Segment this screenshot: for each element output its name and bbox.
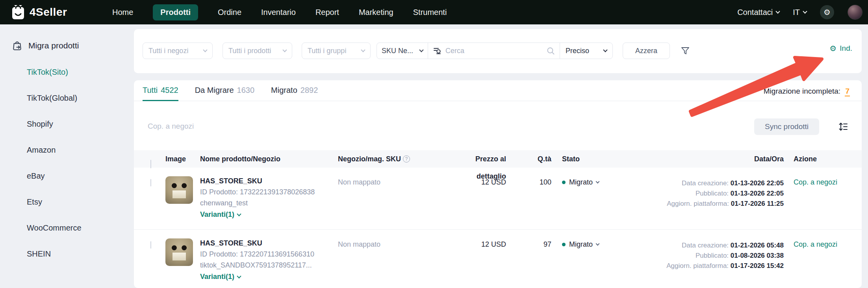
- product-name: HAS_STORE_SKU: [200, 238, 334, 248]
- sidebar-item-tiktok-global[interactable]: TikTok(Global): [0, 85, 133, 111]
- settings-button[interactable]: ⚙: [820, 5, 834, 19]
- quantity: 100: [516, 178, 551, 186]
- tab-migrato[interactable]: Migrato 2892: [271, 80, 318, 101]
- magnifier-icon: [546, 46, 555, 55]
- date-info: Data creazione: 01-21-2026 05:48 Pubblic…: [654, 240, 784, 271]
- variants-label: Varianti(1): [200, 210, 234, 219]
- quantity: 97: [516, 240, 551, 249]
- product-filter-dropdown[interactable]: Tutti i prodotti: [223, 42, 292, 59]
- copy-to-stores-dropdown[interactable]: Cop. a negozi: [148, 122, 194, 131]
- copy-to-stores-action[interactable]: Cop. a negozi: [794, 240, 837, 249]
- published-value: 01-13-2026 22:05: [731, 190, 784, 197]
- price: 12 USD: [447, 240, 506, 249]
- variants-toggle[interactable]: Varianti(1): [200, 273, 241, 281]
- variants-label: Varianti(1): [200, 273, 234, 281]
- nav-item-inventario[interactable]: Inventario: [261, 8, 296, 17]
- header-qta: Q.tà: [516, 150, 551, 168]
- sidebar-item-tiktok-sito[interactable]: TikTok(Sito): [0, 59, 133, 85]
- search-by-field-icon: [433, 46, 441, 55]
- store-filter-dropdown[interactable]: Tutti i negozi: [143, 42, 213, 59]
- tabs-bar: Tutti 4522 Da Migrare 1630 Migrato 2892 …: [134, 80, 862, 101]
- sort-columns-icon: [838, 122, 848, 132]
- gear-icon: ⚙: [829, 44, 836, 52]
- nav-item-strumenti[interactable]: Strumenti: [413, 8, 447, 17]
- row-checkbox[interactable]: [150, 179, 151, 186]
- ind-label: Ind.: [840, 44, 852, 53]
- tab-count: 4522: [161, 86, 178, 95]
- updated-label: Aggiorn. piattaforma:: [667, 200, 729, 207]
- search-input[interactable]: [445, 47, 542, 55]
- nav-item-marketing[interactable]: Marketing: [359, 8, 393, 17]
- header-nome-prodotto: Nome prodotto/Negozio: [200, 150, 280, 168]
- price: 12 USD: [447, 178, 506, 186]
- status-dropdown[interactable]: Migrato: [562, 178, 599, 186]
- contact-label: Contattaci: [737, 8, 773, 17]
- tabs: Tutti 4522 Da Migrare 1630 Migrato 2892: [143, 80, 318, 101]
- help-icon[interactable]: ?: [403, 155, 410, 162]
- nav-item-home[interactable]: Home: [112, 8, 133, 17]
- nav-item-ordine[interactable]: Ordine: [218, 8, 241, 17]
- sidebar-items: TikTok(Sito) TikTok(Global) Shopify Amaz…: [0, 59, 133, 267]
- incomplete-migration-count[interactable]: 7: [845, 87, 850, 96]
- tab-label: Tutti: [143, 86, 158, 95]
- updated-value: 01-17-2026 15:42: [731, 262, 784, 270]
- store-name: tiktok_SANDBOX7591378952117...: [200, 260, 334, 270]
- store-filter-label: Tutti i negozi: [148, 47, 188, 55]
- status-dot-icon: [562, 243, 566, 246]
- group-filter-dropdown[interactable]: Tutti i gruppi: [302, 42, 371, 59]
- sku-field-dropdown[interactable]: SKU Ne...: [377, 43, 428, 59]
- reset-button[interactable]: Azzera: [623, 42, 670, 59]
- nav-item-report[interactable]: Report: [315, 8, 339, 17]
- updated-label: Aggiorn. piattaforma:: [666, 262, 729, 270]
- column-settings-button[interactable]: [838, 122, 848, 133]
- language-dropdown[interactable]: IT: [793, 8, 807, 17]
- sku-mapping-status: Non mappato: [338, 240, 380, 249]
- status-label: Migrato: [569, 178, 593, 186]
- created-label: Data creazione:: [682, 242, 729, 249]
- gear-icon: ⚙: [823, 7, 831, 17]
- sidebar-item-etsy[interactable]: Etsy: [0, 189, 133, 215]
- tab-da-migrare[interactable]: Da Migrare 1630: [195, 80, 254, 101]
- sidebar-title-label: Migra prodotti: [28, 41, 79, 50]
- sidebar-item-shopify[interactable]: Shopify: [0, 111, 133, 137]
- copy-to-stores-action[interactable]: Cop. a negozi: [794, 178, 837, 186]
- advanced-filter-button[interactable]: [681, 46, 690, 55]
- row-checkbox[interactable]: [150, 242, 151, 249]
- contact-dropdown[interactable]: Contattaci: [737, 8, 779, 17]
- store-name: chenwang_test: [200, 198, 334, 208]
- sidebar-item-ebay[interactable]: eBay: [0, 163, 133, 189]
- chevron-down-icon: [203, 48, 207, 52]
- chevron-down-icon: [282, 48, 287, 52]
- checkbox: [150, 179, 151, 186]
- variants-toggle[interactable]: Varianti(1): [200, 210, 241, 219]
- filter-bar-card: Tutti i negozi Tutti i prodotti Tutti i …: [134, 29, 862, 73]
- tab-label: Da Migrare: [195, 86, 234, 95]
- header-negozio-sku-label: Negozio/mag. SKU: [338, 155, 401, 163]
- status-dot-icon: [562, 181, 566, 184]
- sidebar-item-woocommerce[interactable]: WooCommerce: [0, 215, 133, 241]
- nav-right-cluster: Contattaci IT ⚙: [737, 5, 862, 20]
- match-mode-dropdown[interactable]: Preciso: [560, 43, 612, 59]
- product-image[interactable]: [165, 176, 193, 204]
- nav-item-prodotti[interactable]: Prodotti: [153, 4, 198, 20]
- chevron-down-icon: [419, 48, 423, 52]
- published-label: Pubblicato:: [696, 252, 729, 259]
- product-image[interactable]: [165, 238, 193, 266]
- tab-tutti[interactable]: Tutti 4522: [143, 80, 178, 101]
- user-avatar[interactable]: [848, 5, 862, 20]
- incomplete-migration-label: Migrazione incompleta:: [764, 87, 840, 95]
- table-header: Image Nome prodotto/Negozio Negozio/mag.…: [134, 150, 862, 168]
- checkbox: [150, 241, 151, 249]
- match-mode-label: Preciso: [566, 47, 589, 55]
- chevron-down-icon: [603, 48, 607, 52]
- sidebar-item-amazon[interactable]: Amazon: [0, 137, 133, 163]
- header-negozio-sku: Negozio/mag. SKU?: [338, 150, 410, 168]
- sidebar-item-shein[interactable]: SHEIN: [0, 241, 133, 267]
- sidebar-title-migra-prodotti[interactable]: Migra prodotti: [12, 40, 79, 51]
- brand-name: 4Seller: [30, 6, 67, 18]
- funnel-icon: [681, 46, 690, 55]
- status-dropdown[interactable]: Migrato: [562, 240, 599, 249]
- brand-logo[interactable]: 4Seller: [11, 0, 67, 24]
- sync-products-button[interactable]: Sync prodotti: [754, 118, 819, 135]
- ind-settings-link[interactable]: ⚙ Ind.: [829, 44, 852, 53]
